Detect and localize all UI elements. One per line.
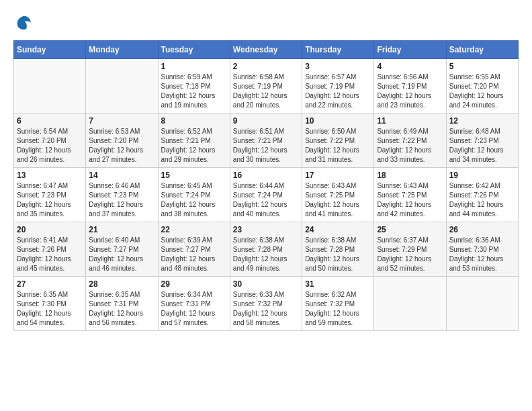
day-info: Sunrise: 6:48 AM Sunset: 7:23 PM Dayligh… [449,127,515,165]
calendar-day-cell: 15Sunrise: 6:45 AM Sunset: 7:24 PM Dayli… [158,168,230,222]
day-info: Sunrise: 6:37 AM Sunset: 7:29 PM Dayligh… [377,236,443,273]
calendar-day-cell: 9Sunrise: 6:51 AM Sunset: 7:21 PM Daylig… [230,113,302,168]
day-number: 28 [89,279,154,289]
calendar-day-cell: 8Sunrise: 6:52 AM Sunset: 7:21 PM Daylig… [158,113,230,168]
day-info: Sunrise: 6:44 AM Sunset: 7:24 PM Dayligh… [233,181,299,219]
calendar-header-sunday: Sunday [14,41,86,59]
day-info: Sunrise: 6:43 AM Sunset: 7:25 PM Dayligh… [377,181,443,219]
day-number: 8 [161,116,227,126]
calendar-week-row: 20Sunrise: 6:41 AM Sunset: 7:26 PM Dayli… [14,222,519,277]
day-info: Sunrise: 6:54 AM Sunset: 7:20 PM Dayligh… [17,127,83,165]
day-info: Sunrise: 6:47 AM Sunset: 7:23 PM Dayligh… [17,181,83,219]
day-info: Sunrise: 6:50 AM Sunset: 7:22 PM Dayligh… [305,127,371,165]
day-number: 3 [305,62,371,71]
day-number: 12 [449,116,515,126]
day-number: 5 [449,62,515,71]
day-number: 13 [17,171,83,180]
day-info: Sunrise: 6:33 AM Sunset: 7:32 PM Dayligh… [233,290,299,328]
calendar-day-cell: 24Sunrise: 6:38 AM Sunset: 7:28 PM Dayli… [302,222,374,277]
day-info: Sunrise: 6:59 AM Sunset: 7:18 PM Dayligh… [161,73,227,110]
calendar-day-cell [86,59,158,113]
calendar-day-cell: 25Sunrise: 6:37 AM Sunset: 7:29 PM Dayli… [374,222,446,277]
calendar-day-cell: 5Sunrise: 6:55 AM Sunset: 7:20 PM Daylig… [446,59,518,113]
calendar-day-cell: 6Sunrise: 6:54 AM Sunset: 7:20 PM Daylig… [14,113,86,168]
calendar-table: SundayMondayTuesdayWednesdayThursdayFrid… [13,40,519,331]
calendar-day-cell: 22Sunrise: 6:39 AM Sunset: 7:27 PM Dayli… [158,222,230,277]
calendar-week-row: 1Sunrise: 6:59 AM Sunset: 7:18 PM Daylig… [14,59,519,113]
calendar-header-friday: Friday [374,41,446,59]
calendar-day-cell [446,277,518,331]
calendar-day-cell: 16Sunrise: 6:44 AM Sunset: 7:24 PM Dayli… [230,168,302,222]
calendar-header-thursday: Thursday [302,41,374,59]
day-info: Sunrise: 6:35 AM Sunset: 7:31 PM Dayligh… [89,290,154,328]
calendar-day-cell: 14Sunrise: 6:46 AM Sunset: 7:23 PM Dayli… [86,168,158,222]
calendar-header-saturday: Saturday [446,41,518,59]
day-info: Sunrise: 6:46 AM Sunset: 7:23 PM Dayligh… [89,181,154,219]
day-number: 1 [161,62,227,71]
day-number: 14 [89,171,154,180]
day-info: Sunrise: 6:35 AM Sunset: 7:30 PM Dayligh… [17,290,83,328]
calendar-day-cell: 12Sunrise: 6:48 AM Sunset: 7:23 PM Dayli… [446,113,518,168]
day-number: 18 [377,171,443,180]
logo [13,13,36,34]
calendar-day-cell: 13Sunrise: 6:47 AM Sunset: 7:23 PM Dayli… [14,168,86,222]
day-info: Sunrise: 6:51 AM Sunset: 7:21 PM Dayligh… [233,127,299,165]
calendar-day-cell: 17Sunrise: 6:43 AM Sunset: 7:25 PM Dayli… [302,168,374,222]
calendar-day-cell [374,277,446,331]
logo-icon [13,13,34,34]
day-info: Sunrise: 6:38 AM Sunset: 7:28 PM Dayligh… [233,236,299,273]
day-info: Sunrise: 6:57 AM Sunset: 7:19 PM Dayligh… [305,73,371,110]
day-number: 22 [161,225,227,234]
calendar-day-cell: 29Sunrise: 6:34 AM Sunset: 7:31 PM Dayli… [158,277,230,331]
calendar-day-cell: 7Sunrise: 6:53 AM Sunset: 7:20 PM Daylig… [86,113,158,168]
calendar-header-row: SundayMondayTuesdayWednesdayThursdayFrid… [14,41,519,59]
calendar-day-cell: 21Sunrise: 6:40 AM Sunset: 7:27 PM Dayli… [86,222,158,277]
calendar-header-monday: Monday [86,41,158,59]
day-info: Sunrise: 6:56 AM Sunset: 7:19 PM Dayligh… [377,73,443,110]
day-number: 26 [449,225,515,234]
calendar-day-cell: 10Sunrise: 6:50 AM Sunset: 7:22 PM Dayli… [302,113,374,168]
day-number: 4 [377,62,443,71]
calendar-day-cell: 27Sunrise: 6:35 AM Sunset: 7:30 PM Dayli… [14,277,86,331]
page-header [13,13,519,34]
calendar-day-cell [14,59,86,113]
calendar-day-cell: 18Sunrise: 6:43 AM Sunset: 7:25 PM Dayli… [374,168,446,222]
calendar-day-cell: 23Sunrise: 6:38 AM Sunset: 7:28 PM Dayli… [230,222,302,277]
day-number: 23 [233,225,299,234]
day-number: 31 [305,279,371,289]
calendar-day-cell: 1Sunrise: 6:59 AM Sunset: 7:18 PM Daylig… [158,59,230,113]
day-info: Sunrise: 6:36 AM Sunset: 7:30 PM Dayligh… [449,236,515,273]
day-info: Sunrise: 6:45 AM Sunset: 7:24 PM Dayligh… [161,181,227,219]
day-info: Sunrise: 6:41 AM Sunset: 7:26 PM Dayligh… [17,236,83,273]
calendar-week-row: 6Sunrise: 6:54 AM Sunset: 7:20 PM Daylig… [14,113,519,168]
day-info: Sunrise: 6:40 AM Sunset: 7:27 PM Dayligh… [89,236,154,273]
calendar-day-cell: 20Sunrise: 6:41 AM Sunset: 7:26 PM Dayli… [14,222,86,277]
day-number: 11 [377,116,443,126]
day-info: Sunrise: 6:32 AM Sunset: 7:32 PM Dayligh… [305,290,371,328]
calendar-day-cell: 31Sunrise: 6:32 AM Sunset: 7:32 PM Dayli… [302,277,374,331]
calendar-day-cell: 2Sunrise: 6:58 AM Sunset: 7:19 PM Daylig… [230,59,302,113]
day-info: Sunrise: 6:53 AM Sunset: 7:20 PM Dayligh… [89,127,154,165]
calendar-day-cell: 26Sunrise: 6:36 AM Sunset: 7:30 PM Dayli… [446,222,518,277]
day-number: 25 [377,225,443,234]
day-number: 6 [17,116,83,126]
day-info: Sunrise: 6:58 AM Sunset: 7:19 PM Dayligh… [233,73,299,110]
calendar-day-cell: 11Sunrise: 6:49 AM Sunset: 7:22 PM Dayli… [374,113,446,168]
day-number: 16 [233,171,299,180]
day-number: 9 [233,116,299,126]
day-number: 17 [305,171,371,180]
day-info: Sunrise: 6:34 AM Sunset: 7:31 PM Dayligh… [161,290,227,328]
calendar-header-wednesday: Wednesday [230,41,302,59]
calendar-day-cell: 4Sunrise: 6:56 AM Sunset: 7:19 PM Daylig… [374,59,446,113]
day-number: 15 [161,171,227,180]
calendar-day-cell: 30Sunrise: 6:33 AM Sunset: 7:32 PM Dayli… [230,277,302,331]
calendar-week-row: 27Sunrise: 6:35 AM Sunset: 7:30 PM Dayli… [14,277,519,331]
day-number: 7 [89,116,154,126]
day-number: 30 [233,279,299,289]
day-number: 29 [161,279,227,289]
day-info: Sunrise: 6:42 AM Sunset: 7:26 PM Dayligh… [449,181,515,219]
calendar-week-row: 13Sunrise: 6:47 AM Sunset: 7:23 PM Dayli… [14,168,519,222]
day-number: 21 [89,225,154,234]
day-number: 2 [233,62,299,71]
day-number: 20 [17,225,83,234]
